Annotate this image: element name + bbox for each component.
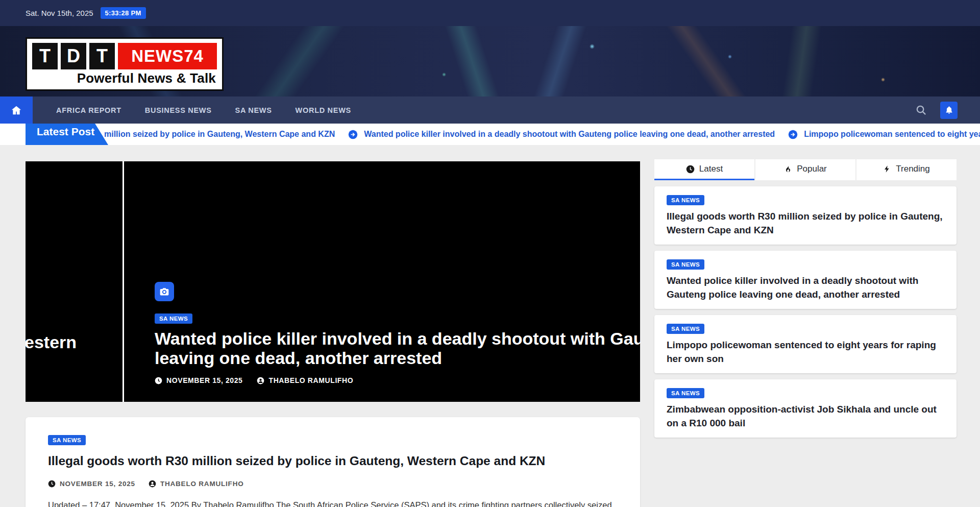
main-nav: AFRICA REPORT BUSINESS NEWS SA NEWS WORL… xyxy=(0,96,980,124)
sidebar-post-title[interactable]: Illegal goods worth R30 million seized b… xyxy=(667,210,944,237)
logo-letter: D xyxy=(61,43,86,69)
ticker-label: Latest Post xyxy=(26,124,108,145)
category-badge[interactable]: SA NEWS xyxy=(667,388,704,398)
home-icon xyxy=(11,105,21,115)
carousel-previous-slide[interactable]: estern xyxy=(26,161,122,402)
ticker-headline[interactable]: Wanted police killer involved in a deadl… xyxy=(348,130,775,139)
ticker-items: million seized by police in Gauteng, Wes… xyxy=(110,130,980,139)
slide-content: SA NEWS Wanted police killer involved in… xyxy=(155,282,640,385)
fire-icon xyxy=(784,165,792,173)
clock-icon xyxy=(155,377,162,384)
home-button[interactable] xyxy=(0,96,33,124)
user-icon xyxy=(257,377,264,384)
arrow-circle-icon xyxy=(348,130,358,139)
nav-item-sa-news[interactable]: SA NEWS xyxy=(235,96,272,124)
slide-meta: NOVEMBER 15, 2025 THABELO RAMULIFHO xyxy=(155,376,640,384)
post-author[interactable]: THABELO RAMULIFHO xyxy=(149,480,244,488)
logo-letter: T xyxy=(32,43,58,69)
sidebar-post-title[interactable]: Wanted police killer involved in a deadl… xyxy=(667,274,944,302)
hero-carousel: estern SA NEWS Wanted police killer invo… xyxy=(26,161,640,402)
camera-icon xyxy=(155,282,174,301)
logo-tagline: Powerful News & Talk xyxy=(32,70,217,86)
search-icon[interactable] xyxy=(915,104,927,116)
ticker-headline[interactable]: million seized by police in Gauteng, Wes… xyxy=(104,130,335,139)
tab-label: Popular xyxy=(797,164,827,174)
post-author[interactable]: THABELO RAMULIFHO xyxy=(257,376,353,384)
sidebar: Latest Popular Trending SA NEWS Illegal … xyxy=(654,159,957,438)
post-date-text: NOVEMBER 15, 2025 xyxy=(60,480,135,488)
ticker-bar: Latest Post million seized by police in … xyxy=(0,124,980,145)
sidebar-post-card: SA NEWS Limpopo policewoman sentenced to… xyxy=(654,315,957,373)
post-author-text: THABELO RAMULIFHO xyxy=(268,376,353,384)
post-date[interactable]: NOVEMBER 15, 2025 xyxy=(155,376,242,384)
sidebar-post-card: SA NEWS Zimbabwean opposition-activist J… xyxy=(654,379,957,438)
bell-icon xyxy=(945,106,953,114)
arrow-circle-icon xyxy=(788,130,798,139)
article-title[interactable]: Illegal goods worth R30 million seized b… xyxy=(48,454,618,468)
nav-item-africa-report[interactable]: AFRICA REPORT xyxy=(56,96,121,124)
clock-icon xyxy=(686,165,695,174)
sidebar-post-title[interactable]: Limpopo policewoman sentenced to eight y… xyxy=(667,339,944,366)
post-date-text: NOVEMBER 15, 2025 xyxy=(166,376,242,384)
logo-letter: T xyxy=(89,43,115,69)
clock-icon xyxy=(48,480,56,488)
ticker-headline[interactable]: Limpopo policewoman sentenced to eight y… xyxy=(788,130,980,139)
logo-letter-row: T D T NEWS74 xyxy=(32,43,217,69)
sidebar-post-title[interactable]: Zimbabwean opposition-activist Job Sikha… xyxy=(667,403,944,430)
tab-popular[interactable]: Popular xyxy=(755,159,855,180)
ticker-headline-text: Limpopo policewoman sentenced to eight y… xyxy=(804,130,980,139)
logo-brand-name: NEWS74 xyxy=(118,43,217,69)
tab-label: Trending xyxy=(896,164,929,174)
category-badge[interactable]: SA NEWS xyxy=(667,195,704,205)
ticker-headline-text: Wanted police killer involved in a deadl… xyxy=(364,130,775,139)
sidebar-post-card: SA NEWS Wanted police killer involved in… xyxy=(654,251,957,309)
notification-bell-button[interactable] xyxy=(940,102,958,119)
current-date: Sat. Nov 15th, 2025 xyxy=(26,9,93,17)
category-badge[interactable]: SA NEWS xyxy=(667,324,704,334)
sidebar-tabs: Latest Popular Trending xyxy=(654,159,957,180)
slide-headline-line: Wanted police killer involved in a deadl… xyxy=(155,329,640,349)
article-meta: NOVEMBER 15, 2025 THABELO RAMULIFHO xyxy=(48,480,618,488)
category-badge[interactable]: SA NEWS xyxy=(667,259,704,270)
bolt-icon xyxy=(883,165,891,173)
tab-latest[interactable]: Latest xyxy=(654,159,754,180)
slide-headline-line: leaving one dead, another arrested xyxy=(155,348,640,368)
post-date[interactable]: NOVEMBER 15, 2025 xyxy=(48,480,135,488)
article-excerpt: Updated – 17:47, November 15, 2025 By Th… xyxy=(48,497,618,507)
carousel-current-slide[interactable]: SA NEWS Wanted police killer involved in… xyxy=(124,161,640,402)
post-author-text: THABELO RAMULIFHO xyxy=(160,480,244,488)
previous-slide-title-fragment: estern xyxy=(26,332,77,352)
nav-item-business-news[interactable]: BUSINESS NEWS xyxy=(145,96,212,124)
header-banner: T D T NEWS74 Powerful News & Talk xyxy=(0,26,980,96)
current-time-badge: 5:33:28 PM xyxy=(101,7,146,19)
top-bar: Sat. Nov 15th, 2025 5:33:28 PM xyxy=(0,0,980,26)
article-card: SA NEWS Illegal goods worth R30 million … xyxy=(26,417,640,507)
sidebar-post-card: SA NEWS Illegal goods worth R30 million … xyxy=(654,186,957,245)
tab-label: Latest xyxy=(699,164,723,174)
nav-item-world-news[interactable]: WORLD NEWS xyxy=(296,96,351,124)
category-badge[interactable]: SA NEWS xyxy=(155,313,192,324)
nav-right-tools xyxy=(915,96,980,124)
slide-headline[interactable]: Wanted police killer involved in a deadl… xyxy=(155,329,640,369)
category-badge[interactable]: SA NEWS xyxy=(48,435,86,445)
user-icon xyxy=(149,480,156,488)
site-logo[interactable]: T D T NEWS74 Powerful News & Talk xyxy=(26,37,224,91)
tab-trending[interactable]: Trending xyxy=(856,159,957,180)
